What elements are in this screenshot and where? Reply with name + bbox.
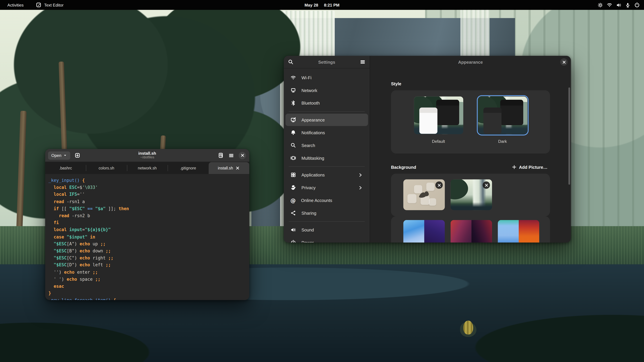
focused-app-label: Text Editor (44, 3, 64, 7)
editor-tab-.gitignore[interactable]: .gitignore (168, 162, 208, 174)
tab-label: install.sh (218, 166, 233, 170)
open-button-label: Open (51, 153, 62, 158)
sidebar-item-label: Online Accounts (301, 198, 332, 203)
sidebar-item-label: Bluetooth (302, 100, 320, 105)
custom-backgrounds-card (391, 174, 550, 216)
style-heading: Style (391, 81, 401, 86)
editor-tab-install.sh[interactable]: install.sh (208, 162, 249, 174)
wallpaper-thumbnail-blue-orange-drips[interactable] (498, 220, 539, 243)
sidebar-item-label: Privacy (302, 185, 316, 190)
sidebar-item-label: Applications (302, 172, 325, 177)
wallpaper-thumbnail-tiles[interactable] (403, 179, 445, 210)
editor-tab-bar[interactable]: .bashrccolors.shnetwork.sh.gitignoreinst… (45, 162, 249, 174)
chevron-right-icon (358, 172, 363, 177)
wallpaper-thumbnail-red-maroon-waves[interactable] (451, 220, 492, 243)
wallpaper-thumbnail-forest[interactable] (451, 179, 492, 210)
style-option-default[interactable]: Default (414, 96, 463, 144)
sidebar-item-notifications[interactable]: Notifications (286, 126, 368, 139)
sidebar-item-sound[interactable]: Sound (286, 224, 368, 236)
sidebar-item-network[interactable]: Network (286, 84, 368, 96)
activities-button[interactable]: Activities (5, 2, 26, 8)
power-icon (634, 2, 640, 8)
tab-label: .gitignore (180, 166, 196, 170)
sidebar-item-bluetooth[interactable]: Bluetooth (286, 97, 368, 109)
sidebar-item-label: Sharing (302, 211, 316, 215)
code-line: "$ESC[D") echo left ;; (48, 262, 250, 269)
add-picture-button[interactable]: Add Picture… (509, 163, 550, 171)
code-line: '') echo enter ;; (48, 269, 250, 276)
code-line: if [[ "$ESC" == "$a" ]]; then (48, 205, 250, 212)
sidebar-headerbar: Settings (284, 56, 370, 68)
appearance-panel: Appearance Style Default Dark Background (370, 56, 571, 243)
panel-title: Appearance (458, 59, 483, 64)
style-option-dark[interactable]: Dark (478, 96, 527, 144)
clock-time: 8:21 PM (324, 3, 340, 7)
settings-sidebar: Settings Wi-FiNetworkBluetoothAppearance… (284, 56, 370, 243)
document-search-button[interactable] (218, 152, 224, 159)
wallpaper-thumbnail-blue-purple-geometric[interactable] (403, 220, 445, 243)
sidebar-item-list: Wi-FiNetworkBluetoothAppearanceNotificat… (284, 68, 370, 243)
code-line: read -rsn1 a (48, 198, 250, 205)
settings-window: Settings Wi-FiNetworkBluetoothAppearance… (284, 56, 571, 243)
focused-app-menu[interactable]: Text Editor (33, 1, 66, 8)
clock-button[interactable]: May 28 8:21 PM (304, 3, 340, 7)
add-picture-label: Add Picture… (519, 165, 548, 169)
sidebar-item-applications[interactable]: Applications (286, 169, 368, 181)
plus-icon (512, 165, 516, 169)
sidebar-item-label: Appearance (302, 117, 325, 122)
brightness-icon (598, 2, 603, 7)
chevron-right-icon (358, 185, 363, 190)
panel-scroll-area[interactable]: Style Default Dark Background Add Pictur… (370, 68, 571, 243)
sidebar-divider (289, 221, 365, 222)
sidebar-item-appearance[interactable]: Appearance (286, 114, 368, 126)
apps-grid-icon (290, 172, 296, 178)
sidebar-item-label: Notifications (302, 130, 325, 135)
search-button[interactable] (288, 59, 294, 65)
appearance-icon (290, 117, 296, 123)
tab-label: .bashrc (59, 166, 72, 170)
sidebar-item-search[interactable]: Search (286, 139, 368, 151)
new-tab-button[interactable] (74, 152, 81, 159)
sidebar-item-sharing[interactable]: Sharing (286, 207, 368, 219)
hand-icon (290, 185, 296, 190)
power-icon (290, 240, 296, 243)
tab-close-icon[interactable] (236, 166, 240, 170)
sidebar-item-privacy[interactable]: Privacy (286, 181, 368, 194)
style-preview-default (414, 96, 463, 134)
window-close-button[interactable] (239, 152, 246, 159)
code-editor-area[interactable]: _key_input() { local ESC=$'\033' local I… (45, 174, 249, 300)
menu-button[interactable] (228, 152, 234, 158)
code-line: esac (48, 283, 250, 290)
editor-headerbar[interactable]: Open install.sh ~/dotfiles (45, 149, 249, 162)
primary-menu-button[interactable] (360, 59, 366, 65)
speaker-icon (290, 227, 296, 233)
code-line: fi (48, 219, 250, 226)
code-line: read -rsn2 b (48, 212, 250, 219)
open-button[interactable]: Open (48, 151, 70, 159)
code-line: "$ESC[B") echo down ;; (48, 248, 250, 255)
system-tray[interactable] (598, 2, 640, 8)
sidebar-item-online-accounts[interactable]: @Online Accounts (286, 194, 368, 206)
sidebar-item-multitasking[interactable]: Multitasking (286, 152, 368, 164)
text-editor-icon (36, 2, 42, 8)
dragon-logo-icon (417, 189, 430, 199)
style-card: Default Dark (391, 90, 550, 153)
sidebar-divider (289, 166, 365, 167)
code-line: local input="${a}${b}" (48, 226, 250, 233)
wifi-icon (606, 2, 612, 8)
remove-wallpaper-button[interactable] (435, 181, 443, 189)
sidebar-item-power[interactable]: Power (286, 237, 368, 243)
code-line: } (48, 290, 250, 297)
network-icon (290, 87, 296, 93)
tab-label: network.sh (138, 166, 157, 170)
editor-tab-colors.sh[interactable]: colors.sh (86, 162, 127, 174)
editor-tab-.bashrc[interactable]: .bashrc (45, 162, 86, 174)
sidebar-divider (289, 111, 365, 112)
bluetooth-icon (290, 100, 296, 106)
code-line: ' ') echo space ;; (48, 276, 250, 283)
panel-scrollbar[interactable] (568, 87, 570, 185)
editor-tab-network.sh[interactable]: network.sh (127, 162, 168, 174)
sidebar-item-wi-fi[interactable]: Wi-Fi (286, 71, 368, 84)
remove-wallpaper-button[interactable] (483, 181, 490, 189)
settings-close-button[interactable] (560, 58, 568, 66)
